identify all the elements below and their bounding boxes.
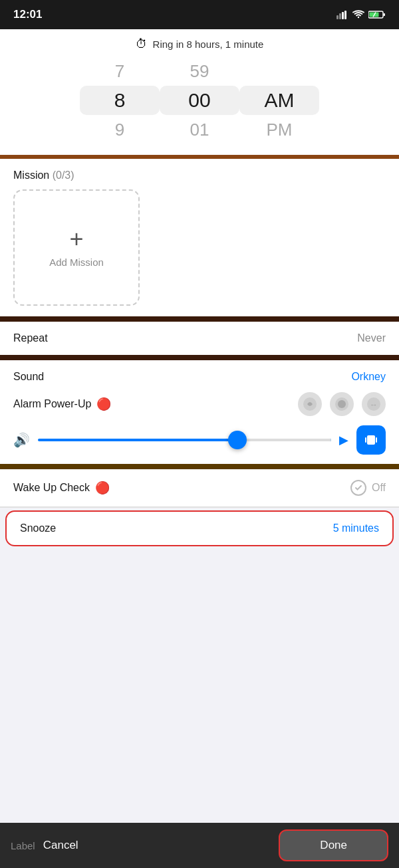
status-time: 12:01 [13, 8, 42, 21]
svg-rect-2 [342, 12, 344, 19]
bottom-bar: Label Cancel Done [0, 823, 399, 868]
powerup-icon-1[interactable] [298, 392, 322, 416]
hours-column[interactable]: 7 8 9 [80, 56, 160, 144]
ampm-selected: AM [239, 86, 319, 115]
add-mission-button[interactable]: + Add Mission [13, 189, 140, 306]
minute-below: 01 [160, 115, 239, 144]
alarm-powerup-row: Alarm Power-Up 🔴 [13, 392, 386, 416]
slider-track-gray [243, 439, 331, 441]
add-mission-label: Add Mission [49, 257, 104, 268]
wifi-icon [352, 10, 364, 19]
wakeup-icon [350, 480, 366, 496]
alarm-powerup-label: Alarm Power-Up [13, 398, 91, 410]
mission-label: Mission [13, 169, 49, 181]
ring-info: ⏱ Ring in 8 hours, 1 minute [136, 37, 264, 51]
powerup-icon-2[interactable] [330, 392, 354, 416]
wakeup-right: Off [350, 480, 386, 496]
alarm-powerup-left: Alarm Power-Up 🔴 [13, 397, 111, 411]
time-picker[interactable]: 7 8 9 59 00 01 AM PM [0, 56, 399, 144]
hour-selected: 8 [80, 86, 160, 115]
svg-rect-0 [336, 15, 338, 19]
minute-selected: 00 [160, 86, 239, 115]
sound-label: Sound [13, 371, 44, 383]
cancel-button[interactable]: Cancel [43, 839, 78, 852]
battery-icon [368, 10, 386, 19]
signal-icon [336, 10, 348, 19]
picker-rows: 7 8 9 59 00 01 AM PM [27, 56, 372, 144]
volume-icon: 🔊 [13, 432, 30, 448]
svg-rect-5 [384, 13, 386, 16]
mission-section: Mission (0/3) + Add Mission [0, 159, 399, 322]
svg-rect-15 [376, 437, 377, 443]
snooze-section[interactable]: Snooze 5 minutes [5, 510, 394, 546]
svg-point-10 [338, 400, 346, 408]
svg-rect-14 [365, 437, 366, 443]
slider-thumb[interactable] [228, 431, 247, 449]
ampm-column[interactable]: AM PM [239, 56, 319, 144]
snooze-label: Snooze [20, 522, 56, 534]
ring-text: Ring in 8 hours, 1 minute [153, 39, 264, 50]
svg-rect-1 [339, 13, 341, 19]
svg-rect-3 [344, 11, 346, 19]
wakeup-label: Wake Up Check [13, 482, 90, 494]
repeat-section[interactable]: Repeat Never [0, 322, 399, 360]
sound-row[interactable]: Sound Orkney [13, 371, 386, 383]
stopwatch-icon: ⏱ [136, 37, 148, 51]
main-content: ⏱ Ring in 8 hours, 1 minute 7 8 9 59 00 … [0, 29, 399, 868]
add-mission-plus-icon: + [69, 227, 83, 251]
wakeup-value: Off [372, 482, 386, 494]
wakeup-section[interactable]: Wake Up Check 🔴 Off [0, 469, 399, 508]
vibrate-icon [364, 433, 378, 447]
snooze-value: 5 minutes [333, 522, 379, 534]
crown-icon-2: 🔴 [95, 481, 110, 495]
status-bar: 12:01 [0, 0, 399, 29]
hour-below: 9 [80, 115, 160, 144]
vibrate-button[interactable] [356, 425, 386, 455]
done-button[interactable]: Done [279, 829, 388, 861]
label-text: Label [11, 840, 35, 851]
powerup-icons: ↔ [298, 392, 386, 416]
timer-section: ⏱ Ring in 8 hours, 1 minute 7 8 9 59 00 … [0, 29, 399, 159]
minutes-column[interactable]: 59 00 01 [160, 56, 239, 144]
slider-track [38, 439, 331, 441]
sound-value: Orkney [351, 371, 386, 383]
ampm-below: PM [239, 115, 319, 144]
wakeup-left: Wake Up Check 🔴 [13, 481, 110, 495]
hour-above: 7 [80, 56, 160, 86]
play-button[interactable]: ▶ [339, 433, 348, 447]
repeat-value: Never [357, 332, 386, 344]
volume-slider[interactable] [38, 428, 331, 452]
repeat-label: Repeat [13, 332, 48, 344]
powerup-icon-3[interactable]: ↔ [362, 392, 386, 416]
mission-header: Mission (0/3) [13, 169, 386, 181]
sound-section: Sound Orkney Alarm Power-Up 🔴 [0, 360, 399, 469]
label-cancel-area: Label Cancel [11, 839, 78, 852]
mission-count: (0/3) [53, 169, 74, 181]
crown-icon-1: 🔴 [96, 397, 111, 411]
status-icons [336, 10, 386, 19]
svg-rect-13 [367, 435, 375, 445]
volume-row: 🔊 ▶ [13, 425, 386, 464]
svg-text:↔: ↔ [370, 400, 378, 409]
ampm-above [239, 56, 319, 86]
minute-above: 59 [160, 56, 239, 86]
